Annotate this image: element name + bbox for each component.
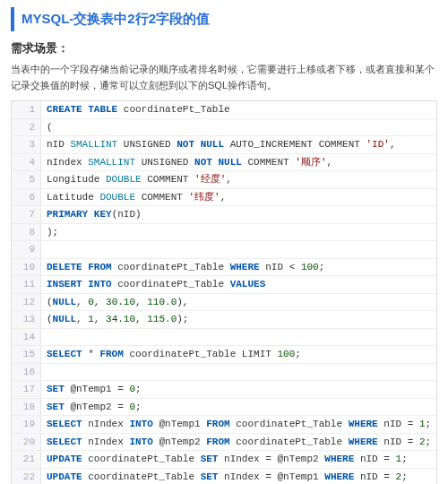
code-line: 4nIndex SMALLINT UNSIGNED NOT NULL COMME… xyxy=(12,154,436,172)
line-number: 22 xyxy=(12,469,41,484)
code-line: 22UPDATE coordinatePt_Table SET nIndex =… xyxy=(12,469,436,484)
line-number: 11 xyxy=(12,276,41,293)
line-number: 4 xyxy=(12,154,41,171)
line-number: 19 xyxy=(12,416,41,433)
code-line: 13(NULL, 1, 34.10, 115.0); xyxy=(12,311,436,329)
code-line: 14 xyxy=(12,329,436,347)
code-content: SELECT * FROM coordinatePt_Table LIMIT 1… xyxy=(41,346,306,363)
code-content: ( xyxy=(41,119,58,136)
code-line: 10DELETE FROM coordinatePt_Table WHERE n… xyxy=(12,259,436,277)
code-content: SET @nTemp1 = 0; xyxy=(41,381,147,398)
line-number: 8 xyxy=(12,224,41,241)
code-content xyxy=(41,364,52,381)
line-number: 18 xyxy=(12,399,41,416)
code-line: 18SET @nTemp2 = 0; xyxy=(12,399,436,417)
line-number: 20 xyxy=(12,434,41,451)
code-content: UPDATE coordinatePt_Table SET nIndex = @… xyxy=(41,469,413,484)
intro-paragraph: 当表中的一个字段存储当前记录的顺序或者排名时候，它需要进行上移或者下移，或者直接… xyxy=(11,62,437,93)
line-number: 21 xyxy=(12,451,41,468)
code-line: 16 xyxy=(12,364,436,382)
line-number: 13 xyxy=(12,311,41,328)
code-content: UPDATE coordinatePt_Table SET nIndex = @… xyxy=(41,451,413,468)
code-content: SELECT nIndex INTO @nTemp2 FROM coordina… xyxy=(41,434,436,451)
code-content: DELETE FROM coordinatePt_Table WHERE nID… xyxy=(41,259,330,276)
code-content xyxy=(41,329,52,346)
line-number: 16 xyxy=(12,364,41,381)
code-content: SET @nTemp2 = 0; xyxy=(41,399,147,416)
code-line: 1CREATE TABLE coordinatePt_Table xyxy=(12,101,436,119)
line-number: 6 xyxy=(12,189,41,206)
code-content: Latitude DOUBLE COMMENT '纬度', xyxy=(41,189,231,206)
code-content: SELECT nIndex INTO @nTemp1 FROM coordina… xyxy=(41,416,436,433)
code-content: CREATE TABLE coordinatePt_Table xyxy=(41,101,236,118)
code-content: Longitude DOUBLE COMMENT '经度', xyxy=(41,171,237,188)
line-number: 14 xyxy=(12,329,41,346)
code-line: 3nID SMALLINT UNSIGNED NOT NULL AUTO_INC… xyxy=(12,136,436,154)
code-content: INSERT INTO coordinatePt_Table VALUES xyxy=(41,276,271,293)
line-number: 7 xyxy=(12,206,41,223)
page-title: MYSQL-交换表中2行2字段的值 xyxy=(11,7,437,31)
code-line: 8); xyxy=(12,224,436,242)
code-block-1: 1CREATE TABLE coordinatePt_Table2(3nID S… xyxy=(11,100,437,484)
section-heading: 需求场景： xyxy=(11,40,437,56)
code-line: 15SELECT * FROM coordinatePt_Table LIMIT… xyxy=(12,346,436,364)
line-number: 2 xyxy=(12,119,41,136)
line-number: 12 xyxy=(12,294,41,311)
line-number: 15 xyxy=(12,346,41,363)
code-line: 21UPDATE coordinatePt_Table SET nIndex =… xyxy=(12,451,436,469)
code-line: 20SELECT nIndex INTO @nTemp2 FROM coordi… xyxy=(12,434,436,452)
code-line: 2( xyxy=(12,119,436,137)
code-line: 5Longitude DOUBLE COMMENT '经度', xyxy=(12,171,436,189)
line-number: 17 xyxy=(12,381,41,398)
code-content: nID SMALLINT UNSIGNED NOT NULL AUTO_INCR… xyxy=(41,136,401,153)
code-content xyxy=(41,241,52,258)
code-line: 11INSERT INTO coordinatePt_Table VALUES xyxy=(12,276,436,294)
code-content: ); xyxy=(41,224,64,241)
line-number: 1 xyxy=(12,101,41,118)
code-line: 6Latitude DOUBLE COMMENT '纬度', xyxy=(12,189,436,207)
code-line: 17SET @nTemp1 = 0; xyxy=(12,381,436,399)
code-content: (NULL, 1, 34.10, 115.0); xyxy=(41,311,194,328)
code-line: 19SELECT nIndex INTO @nTemp1 FROM coordi… xyxy=(12,416,436,434)
code-line: 9 xyxy=(12,241,436,259)
code-line: 12(NULL, 0, 30.10, 110.0), xyxy=(12,294,436,312)
line-number: 5 xyxy=(12,171,41,188)
code-content: nIndex SMALLINT UNSIGNED NOT NULL COMMEN… xyxy=(41,154,338,171)
code-content: PRIMARY KEY(nID) xyxy=(41,206,147,223)
code-line: 7PRIMARY KEY(nID) xyxy=(12,206,436,224)
line-number: 9 xyxy=(12,241,41,258)
line-number: 10 xyxy=(12,259,41,276)
line-number: 3 xyxy=(12,136,41,153)
code-content: (NULL, 0, 30.10, 110.0), xyxy=(41,294,194,311)
